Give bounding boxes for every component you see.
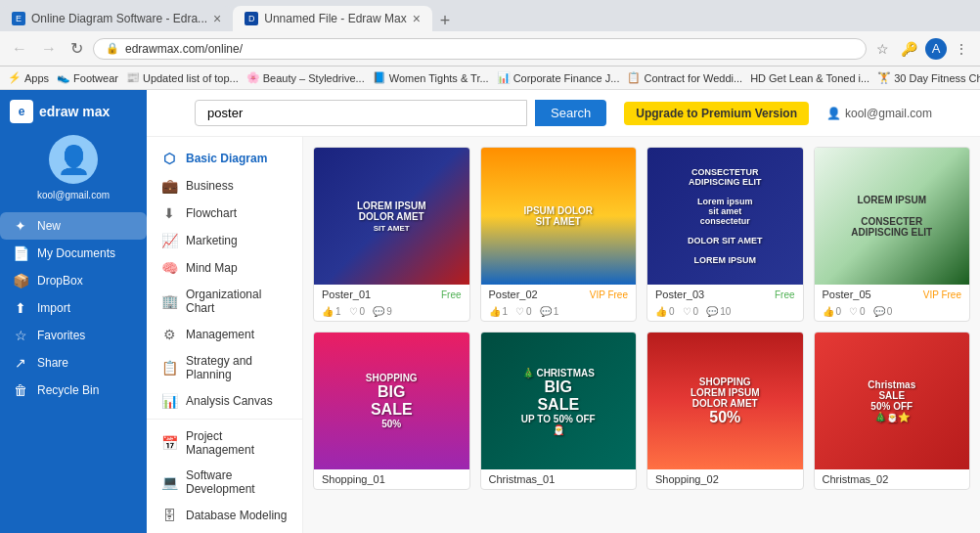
menu-item-database[interactable]: 🗄 Database Modeling [147, 502, 302, 529]
stat-views-03: 💬 10 [706, 306, 731, 317]
menu-button[interactable]: ⋮ [951, 38, 972, 60]
star-button[interactable]: ☆ [872, 38, 893, 60]
sidebar-label-dropbox: DropBox [37, 274, 83, 288]
template-card-shopping-01[interactable]: SHOPPINGBIGSALE50% Shopping_01 [313, 332, 470, 490]
database-icon: 🗄 [160, 508, 178, 523]
christmas-01-text: 🎄 CHRISTMASBIGSALEUP TO 50% OFF🎅 [513, 360, 603, 443]
sidebar-item-new[interactable]: ✦ New [0, 212, 147, 240]
sidebar-item-recycle-bin[interactable]: 🗑 Recycle Bin [0, 377, 147, 404]
sidebar-item-favorites[interactable]: ☆ Favorites [0, 322, 147, 349]
bookmark-footwear[interactable]: 👟Footwear [57, 71, 118, 84]
address-bar[interactable]: 🔒 edrawmax.com/online/ [93, 38, 867, 60]
template-stats-poster-03: 👍 0 ♡ 0 💬 10 [647, 304, 803, 321]
basic-diagram-icon: ⬡ [160, 151, 178, 166]
sidebar-item-my-documents[interactable]: 📄 My Documents [0, 240, 147, 267]
stat-views-05: 💬 0 [873, 306, 893, 317]
menu-item-basic-diagram[interactable]: ⬡ Basic Diagram [147, 145, 302, 172]
template-info-poster-05: Poster_05 VIP Free [815, 285, 970, 304]
search-button[interactable]: Search [535, 100, 606, 126]
sidebar-item-dropbox[interactable]: 📦 DropBox [0, 267, 147, 294]
bookmark-apps[interactable]: ⚡Apps [8, 71, 49, 84]
template-card-poster-02[interactable]: IPSUM DOLORSIT AMET Poster_02 VIP Free 👍… [480, 147, 638, 322]
menu-item-mind-map[interactable]: 🧠 Mind Map [147, 254, 302, 282]
template-card-poster-05[interactable]: LOREM IPSUMCONSECTERADIPISCING ELIT Post… [814, 147, 971, 322]
template-card-christmas-01[interactable]: 🎄 CHRISTMASBIGSALEUP TO 50% OFF🎅 Christm… [480, 332, 638, 490]
new-tab-button[interactable]: + [432, 11, 459, 31]
menu-divider [147, 419, 302, 420]
menu-label-org-chart: Organizational Chart [186, 288, 289, 315]
template-thumb-poster-01: LOREM IPSUMDOLOR AMETSIT AMET [314, 148, 469, 285]
christmas-02-text: ChristmasSALE50% OFF🎄🎅⭐ [860, 372, 923, 430]
template-info-poster-03: Poster_03 Free [647, 285, 803, 304]
template-badge-poster-02: VIP Free [590, 289, 628, 300]
favorites-icon: ☆ [12, 328, 29, 343]
template-card-poster-01[interactable]: LOREM IPSUMDOLOR AMETSIT AMET Poster_01 … [313, 147, 470, 322]
template-card-shopping-02[interactable]: SHOPPINGLOREM IPSUMDOLOR AMET50% Shoppin… [646, 332, 804, 490]
template-name-poster-02: Poster_02 [489, 289, 538, 300]
browser-chrome: E Online Diagram Software - Edra... × D … [0, 0, 980, 90]
template-card-poster-03[interactable]: CONSECTETURADIPISCING ELITLorem ipsumsit… [646, 147, 804, 322]
user-account-icon: 👤 [826, 107, 841, 120]
template-badge-poster-01: Free [441, 289, 462, 300]
menu-item-business[interactable]: 💼 Business [147, 172, 302, 200]
menu-item-flowchart[interactable]: ⬇ Flowchart [147, 200, 302, 227]
bookmark-fitness[interactable]: 🏋30 Day Fitness Chal... [877, 71, 980, 84]
sidebar-label-recycle-bin: Recycle Bin [37, 383, 99, 397]
dropbox-icon: 📦 [12, 273, 29, 289]
menu-item-wireframe[interactable]: 🖼 Wireframe [147, 529, 302, 533]
upgrade-button[interactable]: Upgrade to Premium Version [624, 102, 809, 125]
software-dev-icon: 💻 [160, 474, 178, 490]
template-name-poster-01: Poster_01 [322, 289, 371, 300]
menu-item-marketing[interactable]: 📈 Marketing [147, 227, 302, 254]
bookmark-women[interactable]: 📘Women Tights & Tr... [373, 71, 489, 84]
tab-1-label: Online Diagram Software - Edra... [31, 12, 207, 25]
template-thumb-poster-03: CONSECTETURADIPISCING ELITLorem ipsumsit… [647, 148, 803, 285]
analysis-icon: 📊 [160, 393, 178, 409]
menu-item-management[interactable]: ⚙ Management [147, 321, 302, 348]
bookmark-beauty[interactable]: 🌸Beauty – Styledrive... [246, 71, 365, 84]
sidebar-item-import[interactable]: ⬆ Import [0, 294, 147, 322]
menu-label-strategy: Strategy and Planning [186, 354, 289, 381]
template-thumb-christmas-01: 🎄 CHRISTMASBIGSALEUP TO 50% OFF🎅 [481, 333, 637, 469]
sidebar-label-import: Import [37, 301, 70, 315]
tab-1[interactable]: E Online Diagram Software - Edra... × [0, 6, 233, 31]
template-info-poster-02: Poster_02 VIP Free [481, 285, 637, 304]
logo-text: edraw max [39, 104, 110, 119]
key-button[interactable]: 🔑 [897, 38, 921, 60]
stat-likes-05: 👍 0 [823, 306, 842, 317]
account-button[interactable]: A [925, 38, 947, 60]
template-name-shopping-01: Shopping_01 [322, 473, 385, 485]
poster-05-text: LOREM IPSUMCONSECTERADIPISCING ELIT [843, 187, 940, 245]
menu-item-analysis[interactable]: 📊 Analysis Canvas [147, 387, 302, 415]
sidebar-label-share: Share [37, 356, 68, 370]
template-name-christmas-02: Christmas_02 [823, 473, 889, 485]
bookmark-lean[interactable]: HDGet Lean & Toned i... [750, 72, 869, 84]
menu-label-marketing: Marketing [186, 234, 238, 247]
menu-item-org-chart[interactable]: 🏢 Organizational Chart [147, 282, 302, 321]
template-thumb-shopping-01: SHOPPINGBIGSALE50% [314, 333, 469, 469]
reload-button[interactable]: ↻ [67, 37, 87, 60]
user-account[interactable]: 👤 kool@gmail.com [826, 107, 932, 120]
stat-hearts-01: ♡ 0 [349, 306, 366, 317]
content-area: ⬡ Basic Diagram 💼 Business ⬇ Flowchart 📈… [147, 137, 980, 533]
search-input[interactable] [195, 100, 527, 126]
recycle-bin-icon: 🗑 [12, 382, 29, 398]
tab-2[interactable]: D Unnamed File - Edraw Max × [233, 6, 432, 31]
back-button[interactable]: ← [8, 38, 31, 60]
menu-item-software-dev[interactable]: 💻 Software Development [147, 463, 302, 502]
template-info-poster-01: Poster_01 Free [314, 285, 469, 304]
left-menu: ⬡ Basic Diagram 💼 Business ⬇ Flowchart 📈… [147, 137, 303, 533]
tab-2-close[interactable]: × [413, 12, 421, 25]
bookmark-corporate[interactable]: 📊Corporate Finance J... [497, 71, 620, 84]
sidebar-label-my-documents: My Documents [37, 246, 115, 260]
bookmark-updated[interactable]: 📰Updated list of top... [126, 71, 239, 84]
tab-1-close[interactable]: × [213, 12, 221, 25]
menu-item-strategy[interactable]: 📋 Strategy and Planning [147, 348, 302, 387]
bookmark-contract[interactable]: 📋Contract for Weddi... [627, 71, 742, 84]
sidebar-item-share[interactable]: ↗ Share [0, 349, 147, 377]
menu-item-project-mgmt[interactable]: 📅 Project Management [147, 423, 302, 463]
menu-label-project-mgmt: Project Management [186, 429, 289, 457]
template-card-christmas-02[interactable]: ChristmasSALE50% OFF🎄🎅⭐ Christmas_02 [814, 332, 971, 490]
forward-button[interactable]: → [37, 38, 61, 60]
stat-hearts-03: ♡ 0 [683, 306, 699, 317]
